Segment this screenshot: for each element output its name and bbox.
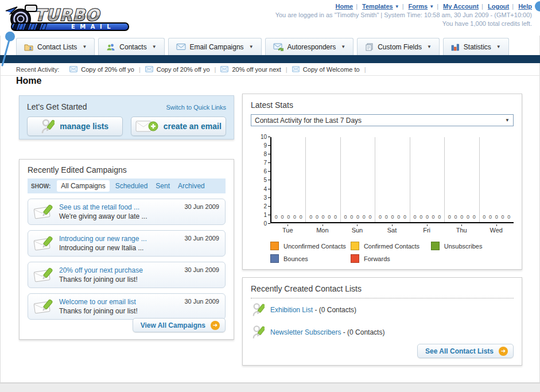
- nav-link-forms[interactable]: Forms: [409, 3, 428, 10]
- tab-autoresponders[interactable]: Autoresponders▼: [265, 38, 354, 55]
- chart-y-axis: 109876543210: [255, 133, 270, 227]
- footer: [0, 383, 540, 392]
- legend-item: Unsubscribes: [431, 242, 511, 250]
- person-pencil-icon: [41, 118, 55, 134]
- recent-contact-lists-heading: Recently Created Contact Lists: [251, 284, 514, 293]
- arrow-right-icon: ➜: [211, 321, 220, 330]
- login-status-text: You are logged in as "Timothy Smith" | S…: [275, 11, 532, 18]
- envelope-icon: [145, 66, 153, 72]
- separator: |: [139, 66, 141, 73]
- see-all-contact-lists-button[interactable]: See All Contact Lists ➜: [417, 344, 514, 358]
- envelope-pencil-icon: [33, 235, 55, 252]
- legend-swatch: [270, 242, 279, 250]
- campaign-subtitle: Thanks for joining our list!: [59, 275, 143, 284]
- tab-contact-lists[interactable]: Contact Lists▼: [16, 38, 95, 55]
- chevron-down-icon: ▼: [82, 44, 87, 49]
- recent-campaigns-heading: Recently Edited Campaigns: [28, 165, 226, 174]
- recent-activity-bar: Recent Activity: Copy of 20% off yo |: [0, 63, 540, 76]
- envelope-pencil-icon: [33, 298, 55, 315]
- separator: |: [215, 66, 216, 73]
- campaign-list-item[interactable]: 20% off your next purchase Thanks for jo…: [28, 262, 226, 288]
- manage-lists-button[interactable]: manage lists: [27, 117, 123, 136]
- nav-link-home[interactable]: Home: [336, 3, 353, 10]
- filter-sent[interactable]: Sent: [156, 182, 170, 190]
- contact-list-link[interactable]: Exhibition List: [270, 306, 313, 314]
- statistics-icon: [451, 43, 460, 51]
- annotation-dot: [5, 32, 15, 41]
- contact-list-count: - (0 Contacts): [343, 328, 385, 336]
- nav-link-my-account[interactable]: My Account: [443, 3, 479, 10]
- contact-list-count: - (0 Contacts): [314, 306, 356, 314]
- contact-activity-chart: 109876543210 000000000000000000000000000…: [255, 137, 514, 234]
- campaign-filter-bar: SHOW: All Campaigns Scheduled Sent Archi…: [28, 178, 226, 193]
- filter-scheduled[interactable]: Scheduled: [115, 182, 148, 190]
- navy-divider-bar: [0, 55, 540, 63]
- envelope-plus-icon: [135, 119, 158, 134]
- tab-email-campaigns[interactable]: Email Campaigns▼: [168, 38, 262, 55]
- switch-quick-links[interactable]: Switch to Quick Links: [166, 104, 226, 111]
- chevron-down-icon: ▼: [427, 44, 432, 49]
- campaign-date: 30 Jun 2009: [184, 298, 219, 305]
- campaign-title-link[interactable]: 20% off your next purchase: [59, 266, 143, 274]
- legend-swatch: [351, 242, 359, 250]
- nav-link-logout[interactable]: Logout: [488, 3, 509, 10]
- envelope-icon: [220, 66, 228, 72]
- recent-contact-lists-panel: Recently Created Contact Lists Exhibitio…: [242, 277, 522, 366]
- contact-list-item[interactable]: Newsletter Subscribers - (0 Contacts): [251, 321, 514, 343]
- custom-fields-icon: [365, 43, 374, 51]
- autoresponders-icon: [273, 43, 283, 51]
- legend-swatch: [431, 242, 440, 250]
- nav-link-help[interactable]: Help: [518, 3, 532, 10]
- annotation-dot: [535, 1, 540, 11]
- separator: |: [364, 66, 366, 73]
- chevron-down-icon: ▼: [152, 44, 157, 49]
- create-email-button[interactable]: create an email: [131, 117, 227, 136]
- contact-list-item[interactable]: Exhibition List - (0 Contacts): [251, 298, 514, 321]
- recent-activity-list: Copy of 20% off yo | Copy of 20% off yo …: [69, 66, 370, 73]
- legend-swatch: [351, 254, 359, 263]
- recent-activity-label: Recent Activity:: [16, 66, 59, 73]
- recent-activity-item[interactable]: Copy of Welcome to: [292, 66, 360, 73]
- contact-list-items: Exhibition List - (0 Contacts) Newslette…: [251, 298, 514, 343]
- legend-item: Forwards: [351, 254, 431, 263]
- envelope-pencil-icon: [33, 203, 55, 220]
- campaign-list-item[interactable]: Welcome to our email list Thanks for joi…: [28, 293, 226, 320]
- latest-stats-panel: Latest Stats Contact Activity for the La…: [242, 94, 522, 270]
- recent-activity-item[interactable]: 20% off your next: [220, 66, 281, 73]
- recent-campaigns-panel: Recently Edited Campaigns SHOW: All Camp…: [19, 159, 234, 340]
- contact-list-link[interactable]: Newsletter Subscribers: [270, 328, 341, 336]
- main-nav-tabs: Contact Lists▼ Contacts▼ Email Campaigns…: [0, 37, 540, 55]
- campaign-title-link[interactable]: Introducing our new range ...: [59, 235, 147, 243]
- page-title: Home: [16, 76, 41, 86]
- svg-text:TURBO: TURBO: [34, 6, 101, 25]
- filter-all-campaigns[interactable]: All Campaigns: [57, 180, 109, 192]
- recent-activity-item[interactable]: Copy of 20% off yo: [145, 66, 210, 73]
- campaign-subtitle: Introducing our new Italia ...: [59, 244, 147, 252]
- tab-contacts[interactable]: Contacts▼: [98, 38, 164, 55]
- campaign-list-item[interactable]: See us at the retail food ... We're givi…: [28, 199, 226, 225]
- get-started-panel: Let's Get Started Switch to Quick Links …: [19, 95, 234, 139]
- stats-period-dropdown[interactable]: Contact Activity for the Last 7 Days ▼: [251, 114, 514, 126]
- recent-activity-item[interactable]: Copy of 20% off yo: [69, 66, 134, 73]
- campaign-subtitle: We're giving away our late ...: [59, 212, 147, 220]
- filter-archived[interactable]: Archived: [178, 182, 205, 190]
- tab-statistics[interactable]: Statistics▼: [443, 38, 509, 55]
- turbo-logo-graphic: TURBO EMAIL: [3, 2, 137, 33]
- campaign-title-link[interactable]: See us at the retail food ...: [59, 203, 147, 211]
- campaign-list-item[interactable]: Introducing our new range ... Introducin…: [28, 230, 226, 257]
- envelope-icon: [69, 66, 77, 72]
- contacts-icon: [106, 43, 115, 51]
- campaign-title-link[interactable]: Welcome to our email list: [59, 298, 138, 306]
- tab-custom-fields[interactable]: Custom Fields▼: [357, 38, 440, 55]
- chevron-down-icon: ▼: [249, 44, 254, 49]
- nav-link-templates[interactable]: Templates: [362, 3, 393, 10]
- envelope-icon: [292, 66, 300, 72]
- legend-item: Bounces: [270, 254, 351, 263]
- campaign-list: See us at the retail food ... We're givi…: [28, 199, 226, 320]
- legend-swatch: [270, 254, 279, 263]
- chevron-down-icon: ▼: [496, 44, 501, 49]
- campaign-date: 30 Jun 2009: [184, 235, 219, 242]
- chart-plot: 00000000000000000000000000000000000: [270, 137, 514, 223]
- get-started-heading: Let's Get Started: [27, 102, 87, 111]
- view-all-campaigns-button[interactable]: View All Campaigns ➜: [133, 318, 226, 332]
